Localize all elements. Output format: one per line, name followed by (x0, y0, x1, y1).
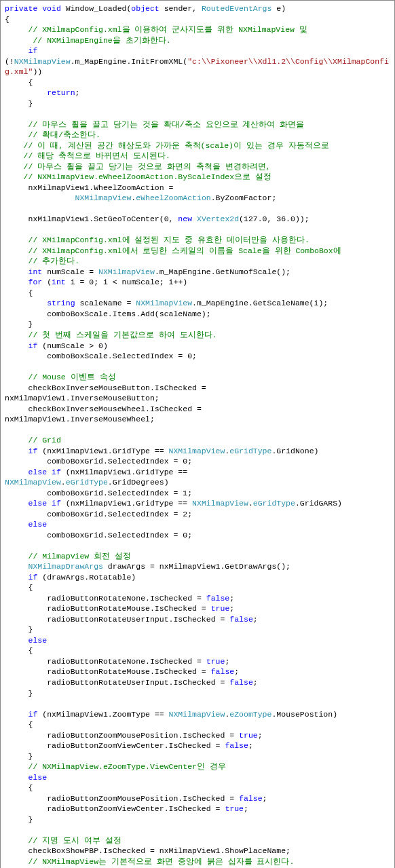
code-block: private void Window_Loaded(object sender… (0, 0, 395, 868)
code-content: private void Window_Loaded(object sender… (5, 4, 389, 868)
